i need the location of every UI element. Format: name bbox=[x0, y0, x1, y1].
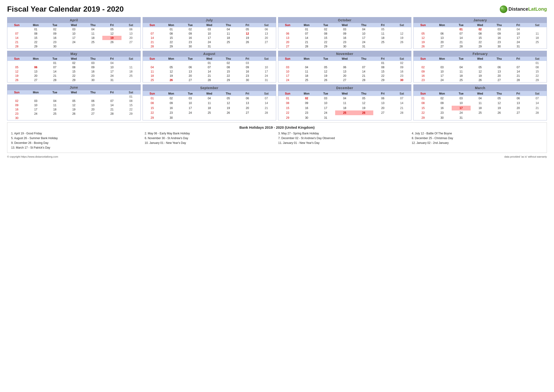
table-row: 22232425262728 bbox=[278, 111, 411, 115]
table-row: 13141516171819 bbox=[278, 36, 411, 40]
table-row: 15161718192021 bbox=[143, 106, 276, 111]
page-footer: © copyright https://www.distancelatlong.… bbox=[7, 155, 547, 158]
logo-prefix: Distance bbox=[509, 7, 528, 12]
table-row: 11121314151617 bbox=[143, 70, 276, 74]
holiday-item bbox=[412, 146, 543, 150]
holiday-item bbox=[278, 146, 409, 150]
table-row: 10111213141516 bbox=[278, 70, 411, 74]
footer-right: data provided 'as is' without warranty bbox=[504, 155, 547, 158]
holiday-item: 8. December 25 - Christmas Day bbox=[412, 136, 543, 140]
bank-holidays-section: Bank Holidays 2019 - 2020 (United Kingdo… bbox=[7, 122, 547, 153]
table-row: 22232425262728 bbox=[143, 111, 276, 115]
table-row: 03040506070809 bbox=[278, 65, 411, 70]
table-row: 15161718192021 bbox=[414, 106, 547, 111]
page-title: Fiscal Year Calendar 2019 - 2020 bbox=[7, 5, 124, 14]
table-row: 010203040506 bbox=[143, 27, 276, 32]
logo-text: DistanceLatLong bbox=[509, 7, 547, 12]
table-row: 24252627282930 bbox=[278, 78, 411, 83]
page-header: Fiscal Year Calendar 2019 - 2020 Distanc… bbox=[7, 5, 547, 14]
month-july: JulySunMonTueWedThuFriSat010203040506070… bbox=[143, 17, 276, 49]
footer-left: © copyright https://www.distancelatlong.… bbox=[7, 155, 58, 158]
table-row: 25262728293031 bbox=[143, 78, 276, 83]
logo-globe-icon bbox=[500, 6, 507, 13]
month-december: DecemberSunMonTueWedThuFriSat01020304050… bbox=[278, 84, 412, 120]
table-row: 2728293031 bbox=[278, 44, 411, 49]
table-row: 28293031 bbox=[143, 44, 276, 49]
table-row: 09101112131415 bbox=[7, 103, 141, 107]
month-january: JanuarySunMonTueWedThuFriSat010203040506… bbox=[413, 17, 547, 49]
holiday-item: 7. December 02 - St Andrew's Day Observe… bbox=[278, 136, 409, 140]
table-row: 16171819202122 bbox=[7, 107, 141, 112]
table-row: 01020304050607 bbox=[143, 96, 276, 101]
month-february: FebruarySunMonTueWedThuFriSat01020304050… bbox=[413, 51, 547, 83]
table-row: 12131415161718 bbox=[414, 36, 547, 40]
month-october: OctoberSunMonTueWedThuFriSat010203040506… bbox=[278, 17, 412, 49]
table-row: 07080910111213 bbox=[143, 32, 276, 36]
holiday-item: 5. August 26 - Summer Bank Holiday bbox=[11, 136, 142, 140]
holiday-item: 4. July 12 - Battle Of The Boyne bbox=[412, 131, 543, 136]
month-november: NovemberSunMonTueWedThuFriSat01020304050… bbox=[278, 51, 412, 83]
table-row: 07080910111213 bbox=[7, 32, 141, 36]
table-row: 05060708091011 bbox=[7, 65, 141, 70]
table-row: 12131415161718 bbox=[7, 70, 141, 74]
table-row: 06070809101112 bbox=[278, 32, 411, 36]
holiday-item: 12. January 02 - 2nd January bbox=[412, 141, 543, 145]
holiday-item: 6. November 30 - St Andrew's Day bbox=[145, 136, 276, 140]
table-row: 282930 bbox=[7, 44, 141, 49]
table-row: 19202122232425 bbox=[7, 74, 141, 78]
table-row: 16171819202122 bbox=[414, 74, 547, 78]
table-row: 293031 bbox=[278, 115, 411, 120]
table-row: 21222324252627 bbox=[7, 40, 141, 44]
holiday-item: 1. April 19 - Good Friday bbox=[11, 131, 142, 136]
holiday-item: 11. January 01 - New Year's Day bbox=[278, 141, 409, 145]
table-row: 18192021222324 bbox=[143, 74, 276, 78]
bank-holidays-title: Bank Holidays 2019 - 2020 (United Kingdo… bbox=[11, 125, 543, 129]
table-row: 01 bbox=[414, 61, 547, 65]
holiday-item: 10. January 01 - New Year's Day bbox=[145, 141, 276, 145]
holiday-item: 13. March 17 - St Patrick's Day bbox=[11, 146, 142, 150]
holiday-item: 9. December 26 - Boxing Day bbox=[11, 141, 142, 145]
table-row: 22232425262728 bbox=[414, 111, 547, 115]
table-row: 01020304050607 bbox=[278, 96, 411, 101]
table-row: 09101112131415 bbox=[414, 70, 547, 74]
month-september: SeptemberSunMonTueWedThuFriSat0102030405… bbox=[143, 84, 276, 120]
table-row: 08091011121314 bbox=[143, 101, 276, 105]
month-may: MaySunMonTueWedThuFriSat0102030405060708… bbox=[7, 51, 141, 83]
table-row: 293031 bbox=[414, 115, 547, 120]
calendar-grid: AprilSunMonTueWedThuFriSat01020304050607… bbox=[7, 17, 547, 120]
table-row: 01020304 bbox=[7, 61, 141, 65]
table-row: 23242526272829 bbox=[7, 112, 141, 116]
table-row: 05060708091011 bbox=[414, 32, 547, 36]
table-row: 262728293031 bbox=[7, 78, 141, 83]
table-row: 01020304050607 bbox=[414, 96, 547, 101]
table-row: 17181920212223 bbox=[278, 74, 411, 78]
table-row: 14151617181920 bbox=[7, 36, 141, 40]
table-row: 02030405060708 bbox=[414, 65, 547, 70]
table-row: 2930 bbox=[143, 115, 276, 120]
month-june: JuneSunMonTueWedThuFriSat010203040506070… bbox=[7, 84, 141, 120]
table-row: 010203040506 bbox=[7, 27, 141, 32]
logo-suffix: LatLong bbox=[528, 7, 547, 12]
month-march: MarchSunMonTueWedThuFriSat01020304050607… bbox=[413, 84, 547, 120]
table-row: 23242526272829 bbox=[414, 78, 547, 83]
logo: DistanceLatLong bbox=[500, 6, 547, 13]
table-row: 0102 bbox=[278, 61, 411, 65]
table-row: 0102030405 bbox=[278, 27, 411, 32]
table-row: 08091011121314 bbox=[278, 101, 411, 105]
table-row: 30 bbox=[7, 116, 141, 120]
table-row: 15161718192021 bbox=[278, 106, 411, 111]
table-row: 21222324252627 bbox=[143, 40, 276, 44]
table-row: 262728293031 bbox=[414, 44, 547, 49]
table-row: 08091011121314 bbox=[414, 101, 547, 105]
table-row: 01020304 bbox=[414, 27, 547, 32]
table-row: 02030405060708 bbox=[7, 99, 141, 103]
holidays-grid: 1. April 19 - Good Friday2. May 06 - Ear… bbox=[11, 131, 543, 150]
month-april: AprilSunMonTueWedThuFriSat01020304050607… bbox=[7, 17, 141, 49]
table-row: 19202122232425 bbox=[414, 40, 547, 44]
table-row: 14151617181920 bbox=[143, 36, 276, 40]
holiday-item: 2. May 06 - Early May Bank Holiday bbox=[145, 131, 276, 136]
table-row: 04050607080910 bbox=[143, 65, 276, 70]
holiday-item bbox=[145, 146, 276, 150]
holiday-item: 3. May 27 - Spring Bank Holiday bbox=[278, 131, 409, 136]
table-row: 01 bbox=[7, 95, 141, 99]
